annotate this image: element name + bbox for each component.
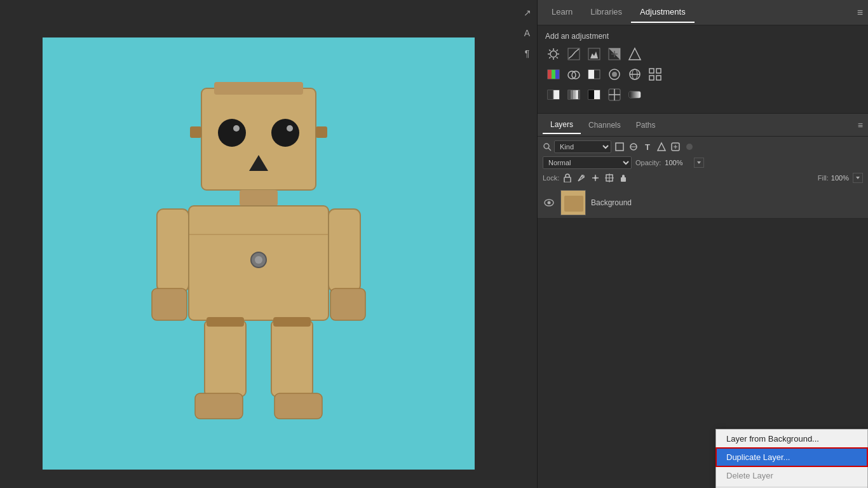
svg-rect-15: [152, 288, 187, 320]
opacity-arrow[interactable]: [694, 158, 704, 168]
svg-rect-14: [157, 209, 189, 292]
lock-all-icon[interactable]: [618, 172, 629, 184]
svg-line-30: [557, 57, 558, 58]
svg-point-4: [233, 125, 240, 132]
adj-blackwhite-icon[interactable]: [586, 66, 602, 83]
svg-rect-64: [571, 90, 573, 99]
adj-posterize-icon[interactable]: [566, 86, 582, 103]
svg-marker-94: [856, 177, 860, 179]
lock-artboard-icon[interactable]: [604, 172, 615, 184]
adj-curves-icon[interactable]: [566, 46, 582, 62]
search-icon: [543, 142, 552, 151]
svg-line-29: [549, 50, 550, 51]
adj-exposure-icon[interactable]: [606, 46, 623, 62]
svg-rect-18: [205, 320, 246, 396]
menu-duplicate-layer[interactable]: Duplicate Layer...: [716, 448, 867, 466]
tab-learn[interactable]: Learn: [543, 2, 581, 23]
adj-colorbalance-icon[interactable]: [566, 66, 582, 83]
layers-tabs-bar: Layers Channels Paths ≡: [538, 114, 868, 137]
tab-paths[interactable]: Paths: [628, 117, 663, 133]
mode-row: Normal Opacity: 100%: [543, 156, 863, 169]
adj-threshold-icon[interactable]: [586, 86, 602, 103]
type-icon[interactable]: T: [642, 141, 653, 152]
tab-channels[interactable]: Channels: [581, 117, 628, 133]
svg-rect-68: [588, 90, 594, 99]
lock-position-icon[interactable]: [590, 172, 601, 184]
svg-rect-93: [621, 177, 626, 182]
svg-rect-54: [649, 69, 654, 73]
svg-point-3: [271, 119, 299, 147]
adj-vibrance-icon[interactable]: [627, 46, 643, 62]
adjustments-title: Add an adjustment: [545, 32, 860, 41]
top-panel-menu[interactable]: ≡: [857, 7, 863, 18]
fill-label: Fill:: [818, 174, 829, 182]
kind-row: Kind T: [543, 140, 863, 153]
blend-mode-select[interactable]: Normal: [543, 156, 632, 169]
svg-line-31: [557, 50, 558, 51]
svg-rect-0: [201, 88, 316, 190]
svg-point-12: [255, 256, 262, 264]
toolbar-icon-arrow[interactable]: ↗: [520, 5, 535, 20]
svg-rect-44: [555, 70, 559, 79]
adjustment-icon[interactable]: [628, 141, 639, 152]
tab-libraries[interactable]: Libraries: [581, 2, 631, 23]
svg-rect-42: [548, 70, 552, 79]
svg-rect-16: [329, 209, 360, 292]
layers-panel-menu[interactable]: ≡: [858, 120, 863, 130]
svg-point-24: [550, 51, 557, 57]
svg-rect-56: [649, 76, 654, 80]
smartobject-icon[interactable]: [670, 141, 681, 152]
svg-rect-65: [573, 90, 576, 99]
svg-marker-84: [697, 161, 701, 164]
svg-point-2: [218, 119, 246, 147]
layers-controls: Kind T Normal: [538, 137, 868, 187]
lock-brush-icon[interactable]: [576, 172, 587, 184]
adj-icons-row3: [545, 86, 860, 103]
svg-rect-7: [190, 126, 201, 138]
menu-layer-from-background[interactable]: Layer from Background...: [716, 430, 867, 448]
svg-point-96: [548, 201, 551, 205]
adj-channelmixer-icon[interactable]: [627, 66, 643, 83]
shape-icon[interactable]: [656, 141, 667, 152]
lock-pixels-icon[interactable]: [562, 172, 573, 184]
svg-rect-19: [195, 393, 243, 419]
toolbar-icon-paragraph[interactable]: ¶: [520, 46, 535, 61]
top-tabs-bar: Learn Libraries Adjustments ≡: [538, 0, 868, 25]
adj-brightness-icon[interactable]: [545, 46, 562, 62]
svg-rect-17: [330, 288, 365, 320]
menu-separator-1: [716, 487, 867, 487]
adj-photofilter-icon[interactable]: [606, 66, 623, 83]
layer-name: Background: [591, 198, 863, 207]
layer-visibility-icon[interactable]: [543, 196, 555, 209]
tab-adjustments[interactable]: Adjustments: [631, 2, 695, 23]
tab-layers[interactable]: Layers: [543, 116, 581, 134]
svg-line-76: [548, 148, 551, 151]
adj-grid-icon[interactable]: [647, 66, 663, 83]
adj-selectivecolor-icon[interactable]: [606, 86, 623, 103]
lock-label: Lock:: [543, 174, 559, 182]
adj-gradientmap-icon[interactable]: [627, 86, 643, 103]
svg-rect-48: [588, 70, 594, 79]
adj-levels-icon[interactable]: [586, 46, 602, 62]
fill-arrow[interactable]: [853, 173, 863, 183]
layer-thumbnail: [560, 190, 586, 215]
toolbar-icon-text[interactable]: A: [520, 25, 535, 41]
svg-rect-74: [629, 92, 641, 98]
layer-item-background[interactable]: Background: [538, 187, 868, 219]
svg-rect-77: [616, 143, 623, 151]
svg-rect-57: [656, 76, 661, 80]
svg-marker-80: [658, 143, 665, 151]
kind-select[interactable]: Kind: [554, 140, 611, 153]
adj-invert-icon[interactable]: [545, 86, 562, 103]
pixel-icon[interactable]: [614, 141, 625, 152]
canvas-area: [0, 0, 517, 488]
adj-icons-row1: [545, 46, 860, 62]
adj-hsl-icon[interactable]: [545, 66, 562, 83]
svg-point-5: [287, 125, 293, 132]
lock-row: Lock: Fill: 100%: [543, 172, 863, 184]
svg-rect-23: [273, 317, 311, 327]
svg-rect-60: [553, 90, 559, 99]
layers-panel-area: Background Layer from Background... Dupl…: [538, 187, 868, 488]
menu-delete-layer[interactable]: Delete Layer: [716, 466, 867, 485]
svg-rect-59: [548, 90, 553, 99]
